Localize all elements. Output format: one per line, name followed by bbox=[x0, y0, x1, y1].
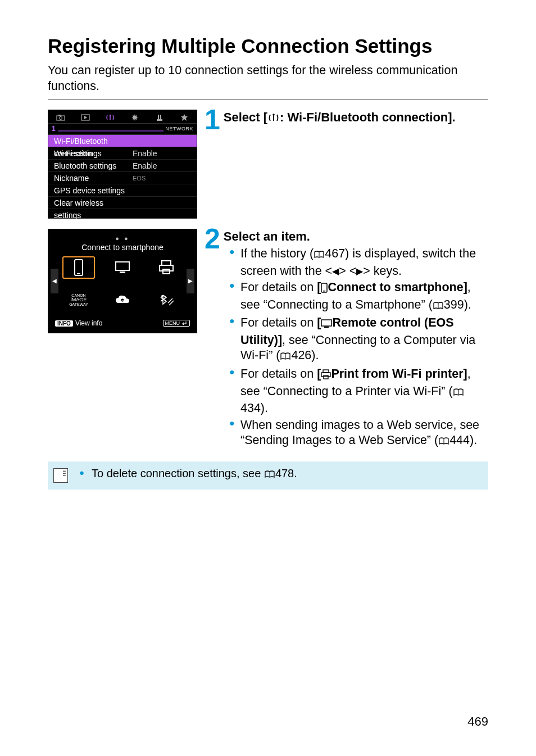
svg-rect-24 bbox=[324, 327, 329, 328]
svg-rect-13 bbox=[116, 262, 129, 270]
svg-point-5 bbox=[110, 114, 111, 115]
tab-mymenu-icon bbox=[172, 110, 197, 123]
svg-rect-26 bbox=[323, 370, 329, 373]
divider bbox=[48, 99, 488, 99]
step-1-number: 1 bbox=[205, 108, 220, 131]
step-1: 1 NETWORK Wi-Fi/Bluetooth connection Wi-… bbox=[48, 110, 488, 219]
tab-play-icon bbox=[73, 110, 98, 123]
info-tag: INFO bbox=[55, 320, 73, 327]
step-2: ● ● Connect to smartphone ◀ ▶ CANONiMAG bbox=[48, 229, 488, 451]
connect-smartphone-icon[interactable] bbox=[62, 256, 95, 279]
book-icon bbox=[264, 469, 275, 482]
step-2-bullets: If the history (467) is displayed, switc… bbox=[229, 246, 488, 450]
book-icon bbox=[453, 386, 464, 401]
menu-back-button[interactable]: MENU bbox=[163, 320, 190, 327]
menu-item-nickname[interactable]: Nickname EOS bbox=[48, 172, 197, 184]
step-2-number: 2 bbox=[205, 228, 220, 250]
left-arrow-icon: ◀ bbox=[332, 266, 339, 276]
svg-rect-28 bbox=[324, 375, 328, 379]
svg-marker-4 bbox=[84, 116, 87, 119]
book-icon bbox=[433, 299, 444, 315]
connect-computer-icon[interactable] bbox=[106, 256, 139, 279]
svg-point-2 bbox=[60, 116, 62, 119]
svg-rect-7 bbox=[158, 115, 159, 119]
tab-setup-icon bbox=[122, 110, 147, 123]
svg-point-10 bbox=[272, 114, 275, 116]
bullet-history: If the history (467) is displayed, switc… bbox=[229, 246, 488, 279]
right-arrow-icon: ▶ bbox=[356, 266, 363, 276]
menu-item-clear-wireless[interactable]: Clear wireless settings bbox=[48, 197, 197, 209]
svg-marker-9 bbox=[181, 114, 188, 121]
menu-item-gps-settings[interactable]: GPS device settings bbox=[48, 184, 197, 197]
wireless-icon bbox=[267, 111, 280, 127]
menu-section-label: NETWORK bbox=[166, 126, 194, 132]
book-icon bbox=[438, 434, 449, 450]
svg-rect-11 bbox=[75, 260, 83, 275]
printer-icon bbox=[321, 368, 331, 384]
tab-shoot-icon bbox=[48, 110, 73, 123]
camera-menu-screen: 1 NETWORK Wi-Fi/Bluetooth connection Wi-… bbox=[48, 110, 197, 219]
smartphone-icon bbox=[321, 282, 328, 297]
svg-rect-27 bbox=[321, 373, 330, 377]
svg-rect-16 bbox=[160, 265, 173, 271]
connect-bluetooth-remote-icon[interactable] bbox=[150, 289, 183, 311]
view-info-button[interactable]: INFOView info bbox=[55, 319, 102, 327]
svg-rect-14 bbox=[120, 271, 125, 273]
connect-image-gateway-icon[interactable]: CANONiMAGEGATEWAY bbox=[62, 289, 95, 311]
bullet-remote: For details on [Remote control (EOS Util… bbox=[229, 315, 488, 365]
menu-page-number: 1 bbox=[52, 125, 56, 133]
svg-point-18 bbox=[161, 295, 163, 297]
connect-printer-icon[interactable] bbox=[150, 256, 183, 279]
svg-rect-21 bbox=[323, 291, 325, 292]
svg-rect-6 bbox=[157, 119, 162, 121]
page-title: Registering Multiple Connection Settings bbox=[48, 35, 488, 57]
svg-rect-1 bbox=[58, 115, 61, 116]
note-box: ━━━ To delete connection settings, see 4… bbox=[48, 461, 488, 490]
connect-cloud-icon[interactable] bbox=[106, 289, 139, 311]
svg-rect-8 bbox=[160, 115, 161, 119]
bullet-smartphone: For details on [Connect to smartphone], … bbox=[229, 280, 488, 314]
note-text: To delete connection settings, see 478. bbox=[79, 467, 297, 482]
nav-left-button[interactable]: ◀ bbox=[51, 269, 58, 293]
page-number: 469 bbox=[467, 714, 488, 729]
menu-item-wifi-bt-connection[interactable]: Wi-Fi/Bluetooth connection bbox=[48, 135, 197, 147]
connect-screen-title: Connect to smartphone bbox=[48, 243, 197, 252]
menu-item-wifi-settings[interactable]: Wi-Fi settings Enable bbox=[48, 147, 197, 160]
camera-connect-screen: ● ● Connect to smartphone ◀ ▶ CANONiMAG bbox=[48, 229, 197, 333]
svg-rect-15 bbox=[162, 261, 171, 265]
menu-item-list: Wi-Fi/Bluetooth connection Wi-Fi setting… bbox=[48, 135, 197, 209]
svg-rect-23 bbox=[321, 320, 331, 326]
computer-icon bbox=[321, 317, 332, 333]
bullet-printer: For details on [Print from Wi-Fi printer… bbox=[229, 366, 488, 417]
tab-custom-icon bbox=[147, 110, 172, 123]
nav-right-button[interactable]: ▶ bbox=[187, 269, 194, 293]
book-icon bbox=[280, 350, 291, 365]
note-icon: ━━━ bbox=[53, 468, 68, 483]
menu-tab-bar bbox=[48, 110, 197, 124]
page-dots: ● ● bbox=[48, 235, 197, 242]
book-icon bbox=[314, 248, 325, 264]
menu-item-bluetooth-settings[interactable]: Bluetooth settings Enable bbox=[48, 160, 197, 172]
svg-rect-12 bbox=[77, 273, 80, 274]
bullet-webservice: When sending images to a Web service, se… bbox=[229, 418, 488, 450]
tab-wireless-icon bbox=[98, 110, 122, 123]
step-1-title: Select [: Wi-Fi/Bluetooth connection]. bbox=[208, 110, 488, 127]
intro-text: You can register up to 10 connection set… bbox=[48, 63, 488, 94]
step-2-title: Select an item. bbox=[208, 229, 488, 245]
